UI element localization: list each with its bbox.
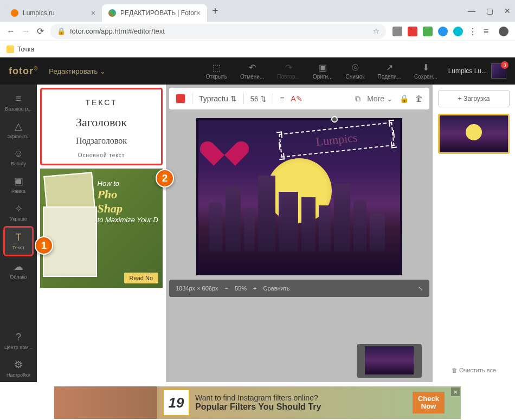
stepper-icon: ⇅	[230, 94, 237, 103]
frame-icon: ▣	[14, 175, 23, 187]
compare-button[interactable]: Сравнить	[263, 285, 290, 292]
main-area: ≡Базовое р... △Эффекты ☺Beauty ▣Рамка ✧У…	[0, 85, 515, 382]
lock-icon[interactable]: 🔒	[400, 94, 409, 103]
ad-cta-button[interactable]: CheckNow	[413, 392, 445, 414]
expand-icon[interactable]: ⤡	[418, 285, 423, 292]
ad-banner[interactable]: 19 Want to find Instagram filters online…	[54, 386, 461, 419]
text-element-selected[interactable]: Lumpics	[279, 122, 394, 158]
original-button[interactable]: ▣Ориги...	[313, 62, 333, 80]
compare-preview[interactable]	[357, 344, 422, 378]
sidebar-item-frame[interactable]: ▣Рамка	[3, 171, 34, 198]
zoom-bar: 1034px × 606px − 55% + Сравнить ⤡	[169, 280, 429, 297]
redo-icon: ↷	[285, 62, 292, 73]
back-icon[interactable]: ←	[7, 27, 15, 36]
sidebar-item-text[interactable]: TТекст	[3, 226, 34, 256]
undo-button[interactable]: ↶Отмени...	[240, 62, 264, 80]
add-body-button[interactable]: Основной текст	[46, 152, 157, 158]
forward-icon[interactable]: →	[22, 27, 30, 36]
ext-icon[interactable]	[423, 27, 433, 36]
text-icon: T	[16, 232, 22, 243]
promo-text: How to Pho Shap to Maximize Your D	[98, 179, 158, 224]
resize-handle[interactable]	[391, 141, 397, 148]
add-subheading-button[interactable]: Подзаголовок	[46, 136, 157, 146]
favicon-icon	[11, 9, 18, 17]
right-panel: + Загрузка 🗑 Очистить все	[433, 85, 515, 382]
cloud-icon: ☁	[14, 261, 23, 273]
maximize-icon[interactable]: ▢	[486, 7, 493, 15]
sticker-icon: ✧	[15, 203, 23, 215]
resize-handle[interactable]	[389, 120, 395, 127]
redo-button[interactable]: ↷Повтор...	[277, 62, 300, 80]
ext-icon[interactable]	[392, 27, 402, 36]
bookmark-item[interactable]: Точка	[7, 46, 34, 53]
save-icon: ⬇	[422, 62, 429, 73]
ext-icon[interactable]	[453, 27, 463, 36]
save-button[interactable]: ⬇Сохран...	[414, 62, 437, 80]
zoom-in-button[interactable]: +	[253, 285, 256, 292]
promo-read-button[interactable]: Read No	[124, 273, 158, 283]
avatar-icon[interactable]	[499, 27, 508, 36]
image-thumbnail-selected[interactable]	[438, 114, 510, 154]
new-tab-button[interactable]: +	[207, 3, 223, 19]
close-icon[interactable]: ×	[196, 9, 201, 17]
font-select[interactable]: Typractu⇅	[199, 94, 237, 103]
user-area[interactable]: Lumpics Lu... 3	[448, 63, 506, 79]
font-size-input[interactable]: 56⇅	[250, 95, 266, 103]
resize-handle[interactable]	[279, 153, 285, 160]
close-icon[interactable]: ×	[91, 9, 95, 17]
copy-icon[interactable]: ⧉	[355, 94, 360, 104]
more-dropdown[interactable]: More ⌄	[367, 94, 393, 103]
rotate-handle[interactable]	[331, 116, 338, 123]
reading-list-icon[interactable]: ≡	[484, 27, 493, 36]
ad-number: 19	[163, 389, 190, 416]
user-thumb: 3	[491, 63, 506, 79]
sidebar-item-basic[interactable]: ≡Базовое р...	[3, 89, 34, 116]
username: Lumpics Lu...	[448, 67, 487, 75]
share-button[interactable]: ↗Подели...	[378, 62, 401, 80]
ext-icon[interactable]	[408, 27, 417, 36]
heart-sticker[interactable]	[209, 131, 240, 158]
ad-close-icon[interactable]: ✕	[451, 387, 460, 396]
image-canvas[interactable]: Lumpics	[196, 118, 402, 275]
zoom-level: 55%	[235, 285, 247, 292]
promo-banner[interactable]: How to Pho Shap to Maximize Your D Read …	[40, 169, 163, 288]
open-button[interactable]: ⬚Открыть	[206, 62, 227, 80]
snapshot-button[interactable]: ⦾Снимок	[345, 63, 364, 80]
bookmark-label: Точка	[17, 46, 34, 53]
resize-handle[interactable]	[276, 131, 282, 138]
delete-icon[interactable]: 🗑	[415, 94, 423, 103]
text-options-box: ТЕКСТ Заголовок Подзаголовок Основной те…	[40, 88, 163, 165]
app-topbar: fotor® Редактировать ⌄ ⬚Открыть ↶Отмени.…	[0, 57, 515, 85]
logo[interactable]: fotor®	[9, 66, 38, 77]
menu-icon[interactable]: ⋮	[468, 27, 478, 36]
canvas-text[interactable]: Lumpics	[315, 131, 358, 149]
mode-dropdown[interactable]: Редактировать ⌄	[49, 67, 106, 75]
url-input[interactable]: 🔒 fotor.com/app.html#/editor/text ☆	[50, 24, 386, 39]
ad-text: Want to find Instagram filters online? P…	[195, 393, 321, 412]
text-style-icon[interactable]: A✎	[291, 94, 302, 103]
resize-handle[interactable]	[279, 142, 280, 150]
add-heading-button[interactable]: Заголовок	[46, 115, 157, 130]
sidebar-item-settings[interactable]: ⚙Настройки	[3, 354, 34, 382]
reload-icon[interactable]: ⟳	[37, 26, 44, 36]
star-icon[interactable]: ☆	[373, 27, 379, 35]
zoom-out-button[interactable]: −	[225, 285, 228, 292]
minimize-icon[interactable]: —	[468, 7, 475, 15]
ext-icon[interactable]	[438, 27, 448, 36]
sidebar-item-effects[interactable]: △Эффекты	[3, 116, 34, 144]
clear-all-button[interactable]: 🗑 Очистить все	[438, 364, 510, 377]
sidebar-item-beauty[interactable]: ☺Beauty	[3, 144, 34, 171]
close-window-icon[interactable]: ✕	[504, 7, 511, 15]
resize-handle[interactable]	[393, 130, 395, 138]
align-icon[interactable]: ≡	[280, 94, 284, 103]
stepper-icon: ⇅	[260, 95, 266, 103]
color-picker[interactable]	[176, 94, 185, 104]
open-icon: ⬚	[213, 62, 221, 73]
sidebar-item-stickers[interactable]: ✧Украше	[3, 198, 34, 226]
upload-button[interactable]: + Загрузка	[438, 90, 510, 107]
browser-tab-active[interactable]: РЕДАКТИРОВАТЬ | Fotor ×	[102, 4, 207, 22]
chevron-down-icon: ⌄	[100, 67, 106, 75]
sidebar-item-help[interactable]: ?Центр пом...	[3, 327, 34, 354]
browser-tab[interactable]: Lumpics.ru ×	[4, 4, 102, 22]
sidebar-item-cloud[interactable]: ☁Облако	[3, 256, 34, 284]
